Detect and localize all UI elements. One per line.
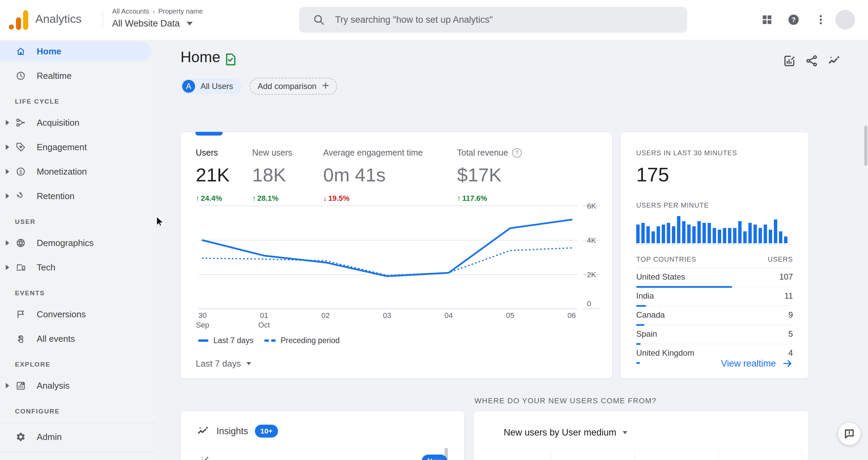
customize-report-icon[interactable] — [783, 54, 796, 68]
sidebar-item-tech[interactable]: Tech — [0, 258, 156, 277]
country-row-spain: Spain5 — [636, 325, 793, 344]
insights-count-badge: 10+ — [255, 425, 278, 438]
metrics-row: Users21K↑24.4%New users18K↑28.1%Average … — [196, 148, 569, 203]
svg-text:05: 05 — [506, 311, 514, 320]
sidebar-item-admin[interactable]: Admin — [0, 427, 156, 447]
more-vert-icon[interactable] — [814, 13, 827, 26]
chart-gridline — [551, 451, 551, 460]
metric-label: Average engagement time — [323, 148, 457, 158]
breadcrumb-account[interactable]: All Accounts — [112, 7, 149, 15]
chart-gridline — [635, 451, 635, 460]
sidebar-item-label: Acquisition — [37, 113, 80, 132]
chevron-down-icon — [623, 431, 627, 434]
share-icon[interactable] — [805, 54, 819, 68]
add-comparison-label: Add comparison — [258, 82, 316, 91]
per-minute-bar — [672, 226, 675, 243]
expand-arrow-icon[interactable] — [6, 144, 9, 150]
per-minute-bar — [748, 223, 752, 243]
per-minute-bar — [769, 230, 772, 243]
per-minute-bar — [738, 221, 742, 243]
sidebar-item-label: All events — [37, 329, 75, 349]
metric-total-revenue[interactable]: Total revenue?$17K↑117.6% — [457, 148, 569, 203]
collapse-nav-icon[interactable] — [135, 459, 145, 460]
main-content: Home A All Users Add comparison + Users2… — [156, 40, 868, 460]
chevron-right-icon: › — [153, 7, 155, 15]
nav-section-label: USER — [15, 218, 156, 226]
app-name: Analytics — [35, 12, 82, 25]
country-users: 5 — [788, 329, 793, 339]
country-users: 107 — [779, 272, 793, 282]
nav-section-label: LIFE CYCLE — [15, 98, 156, 105]
per-minute-bar — [652, 231, 655, 243]
sidebar-item-conversions[interactable]: Conversions — [0, 304, 156, 324]
search-input[interactable] — [334, 14, 655, 25]
sidebar-item-demographics[interactable]: Demographics — [0, 233, 156, 253]
per-minute-bar — [718, 230, 721, 243]
admin-icon — [16, 432, 26, 442]
breadcrumb-property[interactable]: Property name — [158, 7, 203, 15]
svg-text:$: $ — [19, 169, 22, 175]
country-users: 4 — [788, 348, 793, 358]
per-minute-bar — [728, 228, 731, 243]
report-actions — [783, 54, 841, 68]
realtime-title: USERS IN LAST 30 MINUTES — [636, 149, 793, 157]
per-minute-bar — [759, 228, 762, 243]
insights-spark-icon[interactable] — [828, 54, 841, 68]
per-minute-bar — [753, 225, 757, 243]
breadcrumb[interactable]: All Accounts › Property name — [112, 7, 203, 15]
search-bar[interactable] — [299, 7, 687, 33]
country-row-canada: Canada9 — [636, 306, 793, 325]
tech-icon — [16, 262, 26, 272]
help-icon[interactable]: ? — [512, 148, 522, 158]
chip-label: All Users — [201, 82, 233, 91]
svg-text:03: 03 — [383, 311, 391, 320]
expand-arrow-icon[interactable] — [6, 383, 9, 388]
realtime-card: USERS IN LAST 30 MINUTES 175 USERS PER M… — [620, 132, 809, 379]
sidebar-item-acquisition[interactable]: Acquisition — [0, 113, 156, 132]
expand-arrow-icon[interactable] — [6, 240, 9, 246]
sidebar-item-label: Monetization — [37, 162, 87, 181]
svg-text:Sep: Sep — [196, 321, 209, 329]
users-trend-chart: 02K4K6K30Sep01Oct0203040506 — [180, 198, 612, 341]
page-scrollbar[interactable] — [864, 126, 867, 166]
per-minute-bar — [641, 223, 645, 243]
dashed-line-swatch-icon — [264, 339, 276, 342]
add-comparison-button[interactable]: Add comparison + — [249, 78, 337, 95]
sidebar-item-analysis[interactable]: Analysis — [0, 376, 156, 395]
sidebar-item-engagement[interactable]: Engagement — [0, 137, 156, 157]
metric-new-users[interactable]: New users18K↑28.1% — [252, 148, 323, 203]
help-icon[interactable]: ? — [787, 13, 800, 26]
avatar[interactable] — [835, 10, 855, 30]
chip-initial-badge: A — [182, 80, 195, 93]
sidebar-item-retention[interactable]: Retention — [0, 186, 156, 206]
metric-average-engagement-time[interactable]: Average engagement time0m 41s↓19.5% — [323, 148, 457, 203]
sidebar-item-label: Tech — [37, 258, 55, 277]
dimension-selector[interactable]: New users by User medium — [504, 427, 627, 438]
countries-header-label: TOP COUNTRIES — [636, 255, 696, 263]
all-users-chip[interactable]: A All Users — [180, 78, 242, 94]
sidebar-item-monetization[interactable]: $Monetization — [0, 162, 156, 181]
metric-users[interactable]: Users21K↑24.4% — [196, 148, 252, 203]
per-minute-bar — [657, 226, 660, 243]
expand-arrow-icon[interactable] — [6, 265, 9, 270]
expand-arrow-icon[interactable] — [6, 120, 9, 125]
expand-arrow-icon[interactable] — [6, 193, 9, 199]
date-range-dropdown[interactable]: Last 7 days — [196, 358, 251, 369]
sidebar-item-realtime[interactable]: Realtime — [0, 66, 156, 86]
sidebar-item-all-events[interactable]: All events — [0, 329, 156, 349]
sidebar: HomeRealtimeLIFE CYCLEAcquisitionEngagem… — [0, 40, 156, 460]
insight-item-badge: New — [422, 455, 447, 460]
country-name: India — [636, 291, 654, 301]
active-tab-indicator — [195, 132, 223, 136]
view-realtime-link[interactable]: View realtime — [721, 358, 793, 369]
feedback-chat-button[interactable] — [838, 423, 861, 445]
apps-grid-icon[interactable] — [761, 13, 774, 26]
retention-icon — [16, 191, 26, 201]
new-users-section-title: WHERE DO YOUR NEW USERS COME FROM? — [474, 396, 657, 405]
sidebar-item-home[interactable]: Home — [0, 41, 152, 61]
property-selector[interactable]: All Website Data — [112, 18, 193, 29]
nav-section-label: EVENTS — [15, 289, 156, 297]
property-selector-label: All Website Data — [112, 18, 180, 29]
expand-arrow-icon[interactable] — [6, 169, 9, 174]
chevron-down-icon — [246, 362, 251, 365]
